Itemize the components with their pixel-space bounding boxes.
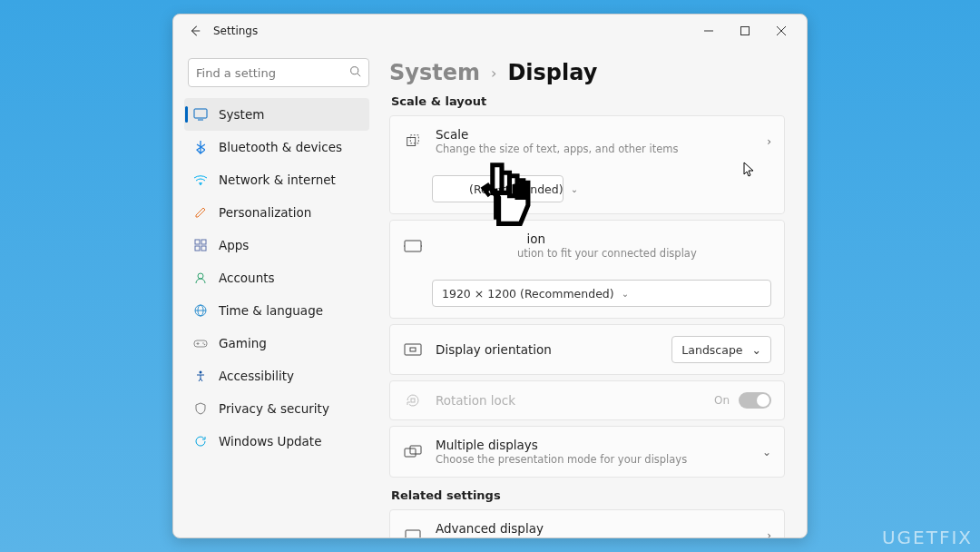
account-icon [193, 271, 208, 285]
scale-sub: Change the size of text, apps, and other… [436, 143, 754, 155]
sidebar-item-label: Network & internet [219, 172, 336, 187]
svg-rect-12 [201, 246, 206, 251]
resolution-title: Display resolution [436, 232, 771, 246]
orientation-dropdown[interactable]: Landscape ⌄ [671, 336, 771, 363]
rotation-title: Rotation lock [436, 393, 701, 408]
monitor-icon [403, 528, 423, 538]
chevron-down-icon: ⌄ [762, 446, 771, 458]
accessibility-icon [193, 369, 208, 383]
chevron-right-icon: › [767, 135, 771, 148]
sidebar-item-label: Privacy & security [219, 401, 329, 416]
svg-point-21 [204, 344, 206, 346]
scale-dropdown[interactable]: (Recommended) ⌄ [432, 175, 564, 202]
rotation-lock-icon [403, 392, 423, 409]
sidebar-item-accessibility[interactable]: Accessibility [184, 360, 369, 392]
watermark: UGETFIX [882, 527, 973, 548]
settings-window: Settings Find a setting SystemBluetooth … [172, 14, 808, 538]
sidebar-item-label: Accessibility [219, 369, 294, 383]
sidebar-item-privacy-security[interactable]: Privacy & security [184, 392, 369, 425]
search-placeholder: Find a setting [196, 66, 276, 80]
sidebar-item-system[interactable]: System [184, 98, 369, 131]
svg-rect-24 [410, 134, 418, 143]
sidebar-item-label: Gaming [219, 336, 267, 350]
rotation-lock-card: Rotation lock On [389, 380, 785, 420]
svg-line-5 [358, 74, 360, 76]
brush-icon [193, 205, 208, 220]
sidebar-item-label: Accounts [219, 271, 275, 285]
sidebar-item-label: Time & language [219, 303, 323, 318]
svg-point-22 [200, 371, 202, 374]
resolution-sub: Adjust the resolution to fit your connec… [436, 247, 771, 260]
back-button[interactable] [181, 25, 210, 37]
svg-rect-23 [407, 137, 416, 145]
scale-icon [403, 133, 423, 150]
svg-rect-25 [405, 241, 421, 251]
search-icon [349, 65, 361, 80]
orientation-title: Display orientation [436, 342, 659, 357]
sidebar-item-label: Bluetooth & devices [219, 140, 342, 154]
titlebar: Settings [173, 15, 807, 47]
svg-rect-6 [194, 109, 207, 118]
sidebar-item-bluetooth-devices[interactable]: Bluetooth & devices [184, 131, 369, 163]
search-input[interactable]: Find a setting [188, 58, 369, 87]
section-heading-related: Related settings [391, 488, 785, 502]
breadcrumb: System › Display [389, 60, 785, 85]
multiple-displays-icon [403, 445, 423, 459]
orientation-card[interactable]: Display orientation Landscape ⌄ [389, 324, 785, 375]
sidebar-item-label: System [219, 107, 264, 122]
section-heading-scale: Scale & layout [391, 94, 785, 108]
resolution-icon [403, 239, 423, 253]
rotation-state: On [714, 394, 730, 407]
scale-value: (Recommended) [469, 182, 564, 196]
chevron-down-icon: ⌄ [622, 289, 629, 299]
advanced-title: Advanced display [436, 521, 754, 536]
sidebar-item-network-internet[interactable]: Network & internet [184, 163, 369, 196]
close-icon [777, 26, 786, 35]
svg-rect-9 [195, 240, 200, 244]
shield-icon [193, 401, 208, 416]
sidebar-item-windows-update[interactable]: Windows Update [184, 425, 369, 458]
globe-icon [193, 303, 208, 318]
sidebar-item-personalization[interactable]: Personalization [184, 196, 369, 229]
chevron-right-icon: › [491, 64, 496, 82]
bluetooth-icon [193, 140, 208, 154]
gaming-icon [193, 336, 208, 350]
multiple-sub: Choose the presentation mode for your di… [436, 453, 750, 466]
resolution-dropdown[interactable]: 1920 × 1200 (Recommended) ⌄ [432, 280, 771, 307]
advanced-sub: Display information, refresh rate [436, 537, 754, 537]
system-icon [193, 107, 208, 122]
breadcrumb-parent[interactable]: System [389, 60, 480, 85]
page-title: Display [507, 60, 597, 85]
svg-rect-29 [410, 348, 416, 351]
multiple-title: Multiple displays [436, 438, 750, 452]
chevron-down-icon: ⌄ [571, 184, 578, 194]
sidebar-item-apps[interactable]: Apps [184, 229, 369, 261]
svg-point-4 [351, 67, 358, 74]
sidebar-item-label: Windows Update [219, 434, 321, 448]
close-button[interactable] [763, 15, 799, 47]
rotation-toggle [739, 392, 771, 409]
window-title: Settings [213, 25, 258, 37]
advanced-display-card[interactable]: Advanced display Display information, re… [389, 509, 785, 537]
svg-point-8 [200, 183, 201, 185]
apps-icon [193, 238, 208, 252]
chevron-right-icon: › [767, 529, 771, 538]
sidebar-item-accounts[interactable]: Accounts [184, 261, 369, 294]
maximize-button[interactable] [727, 15, 763, 47]
sidebar-item-gaming[interactable]: Gaming [184, 327, 369, 360]
svg-rect-1 [741, 27, 750, 35]
minimize-icon [704, 26, 713, 35]
sidebar: Find a setting SystemBluetooth & devices… [173, 47, 380, 537]
minimize-button[interactable] [691, 15, 727, 47]
scale-card[interactable]: Scale Change the size of text, apps, and… [389, 115, 785, 214]
multiple-displays-card[interactable]: Multiple displays Choose the presentatio… [389, 426, 785, 478]
orientation-icon [403, 343, 423, 356]
back-arrow-icon [189, 25, 201, 37]
svg-point-13 [198, 273, 203, 279]
update-icon [193, 434, 208, 448]
svg-rect-30 [411, 399, 415, 402]
scale-title: Scale [436, 127, 754, 142]
chevron-down-icon: ⌄ [752, 343, 761, 357]
sidebar-item-time-language[interactable]: Time & language [184, 294, 369, 327]
resolution-card[interactable]: Display resolution Adjust the resolution… [389, 220, 785, 319]
